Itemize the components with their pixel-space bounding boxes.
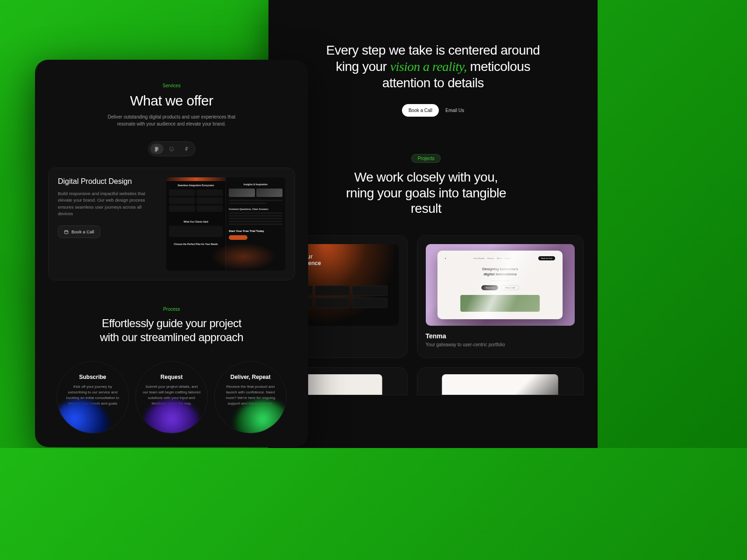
hero-line-3: attention to details [382, 76, 484, 90]
project-card-4[interactable] [417, 367, 584, 395]
services-label: Services [54, 83, 289, 88]
process-title-subscribe: Subscribe [79, 374, 106, 380]
framer-icon [184, 147, 189, 152]
tab-figma[interactable] [150, 144, 163, 154]
services-sub: Deliver outstanding digital products and… [106, 113, 237, 127]
dpd-desc: Build responsive and impactful websites … [58, 190, 157, 217]
panel-right: Every step we take is centered around ki… [268, 0, 598, 448]
projects-heading: We work closely with you, rning your goa… [268, 169, 584, 217]
project-sub-tenma: Your gateaway to user-centric portfolio [426, 342, 575, 347]
card-digital-product-design: Digital Product Design Build responsive … [48, 168, 295, 280]
tab-smile[interactable] [165, 144, 178, 154]
process-heading: Effortlessly guide your project with our… [54, 316, 289, 344]
projects-grid: Achieve Youroject Excellence ct template… [268, 235, 584, 358]
figma-icon [154, 147, 159, 152]
hero-line-2b: meticolous [467, 59, 530, 74]
process-title-deliver: Deliver, Repeat [230, 374, 270, 380]
service-tabs [148, 141, 196, 156]
project-card-tenma[interactable]: ● Case Studies Process About Contact Boo… [417, 235, 584, 358]
calendar-icon [64, 230, 69, 234]
process-title-request: Request [161, 374, 183, 380]
hero-cta-row: Book a Call Email Us [287, 104, 579, 117]
process-section: Process Effortlessly guide your project … [35, 280, 308, 434]
book-call-button-dpd[interactable]: Book a Call [58, 225, 100, 238]
svg-point-0 [169, 147, 173, 151]
book-call-label: Book a Call [71, 229, 94, 234]
project-thumb-tenma: ● Case Studies Process About Contact Boo… [426, 244, 575, 326]
process-label: Process [54, 307, 289, 312]
process-request: Request Submit your project details, and… [135, 361, 208, 434]
smile-icon [169, 147, 174, 152]
process-subscribe: Subscribe Kick off your journey by subsc… [56, 361, 129, 434]
hero-heading: Every step we take is centered around ki… [287, 42, 579, 91]
projects-label: Projects [268, 154, 584, 163]
services-heading: What we offer [54, 93, 289, 109]
book-call-button[interactable]: Book a Call [402, 104, 439, 117]
hero-italic: vision a reality, [390, 59, 467, 74]
hero-section: Every step we take is centered around ki… [268, 0, 598, 135]
hero-line-2a: king your [336, 59, 390, 74]
process-deliver: Deliver, Repeat Receive the final produc… [214, 361, 287, 434]
project-title-tenma: Tenma [426, 332, 575, 340]
projects-section: Projects We work closely with you, rning… [268, 135, 598, 395]
process-row: Subscribe Kick off your journey by subsc… [54, 361, 289, 434]
tab-framer[interactable] [180, 144, 193, 154]
panel-left: Services What we offer Deliver outstandi… [35, 60, 308, 447]
dpd-title: Digital Product Design [58, 177, 157, 186]
projects-row-2 [268, 367, 584, 395]
services-section: Services What we offer Deliver outstandi… [35, 60, 308, 156]
tablet-mock: ● Case Studies Process About Contact Boo… [437, 251, 563, 319]
email-us-button[interactable]: Email Us [445, 108, 464, 113]
dpd-mock-preview: Seamless Integration Ecosystem What Our … [166, 177, 285, 271]
hero-line-1: Every step we take is centered around [326, 43, 540, 57]
svg-rect-1 [64, 231, 68, 234]
